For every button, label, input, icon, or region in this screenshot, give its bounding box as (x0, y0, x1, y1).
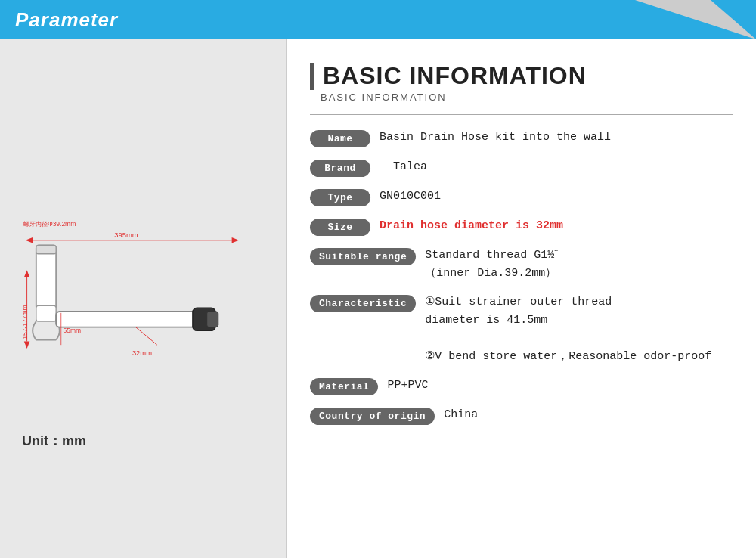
section-title-large: BASIC INFORMATION (310, 62, 733, 90)
page-header: Parameter (0, 0, 756, 39)
svg-marker-2 (26, 237, 33, 243)
header-triangle-overlay (711, 0, 756, 39)
right-panel: BASIC INFORMATION BASIC INFORMATION Name… (287, 39, 756, 558)
info-value-characteristic: ①Suit strainer outer thread diameter is … (425, 293, 733, 366)
label-badge-type: Type (310, 189, 370, 206)
label-badge-country: Country of origin (310, 408, 435, 425)
info-row-material: Material PP+PVC (310, 377, 733, 395)
svg-line-16 (136, 327, 157, 346)
info-value-type: GN010C001 (380, 188, 733, 206)
label-badge-suitable: Suitable range (310, 248, 416, 265)
title-large-text: BASIC INFORMATION (323, 62, 587, 90)
info-row-type: Type GN010C001 (310, 188, 733, 206)
divider-line (310, 114, 733, 115)
label-badge-characteristic: Characteristic (310, 295, 416, 312)
svg-rect-11 (207, 312, 218, 327)
svg-rect-9 (56, 312, 198, 327)
svg-text:螺牙内径Φ39.2mm: 螺牙内径Φ39.2mm (23, 220, 76, 228)
char-line4: ②V bend store water，Reasonable odor-proo… (425, 348, 733, 366)
svg-text:32mm: 32mm (132, 349, 152, 357)
label-badge-brand: Brand (310, 160, 370, 177)
product-diagram-area: 螺牙内径Φ39.2mm 395mm (14, 140, 271, 457)
left-panel: 螺牙内径Φ39.2mm 395mm (0, 39, 287, 558)
label-badge-name: Name (310, 130, 370, 147)
info-row-brand: Brand Talea (310, 158, 733, 177)
main-content: 螺牙内径Φ39.2mm 395mm (0, 39, 756, 558)
section-header: BASIC INFORMATION BASIC INFORMATION (310, 62, 733, 103)
info-value-name: Basin Drain Hose kit into the wall (380, 129, 733, 147)
info-value-material: PP+PVC (387, 377, 733, 395)
info-value-size: Drain hose diameter is 32mm (380, 217, 733, 235)
suitable-line1: Standard thread G1½˝ (425, 246, 733, 265)
info-row-size: Size Drain hose diameter is 32mm (310, 217, 733, 236)
svg-rect-8 (36, 245, 56, 253)
char-line2: diameter is 41.5mm (425, 312, 733, 330)
svg-rect-5 (36, 245, 56, 309)
title-bar-decoration (310, 63, 314, 90)
product-diagram-svg: 螺牙内径Φ39.2mm 395mm (22, 193, 264, 405)
suitable-line2: （inner Dia.39.2mm） (425, 265, 733, 283)
svg-marker-14 (24, 341, 30, 348)
char-line3 (425, 330, 733, 348)
char-line1: ①Suit strainer outer thread (425, 293, 733, 312)
svg-marker-13 (24, 270, 30, 277)
section-title-small: BASIC INFORMATION (321, 91, 733, 103)
label-badge-material: Material (310, 378, 378, 395)
info-value-country: China (444, 406, 733, 424)
info-row-suitable: Suitable range Standard thread G1½˝ （inn… (310, 246, 733, 283)
svg-text:157-177mm: 157-177mm (22, 305, 29, 339)
svg-text:395mm: 395mm (114, 231, 138, 239)
svg-marker-3 (232, 237, 239, 243)
svg-rect-6 (36, 305, 56, 321)
info-row-name: Name Basin Drain Hose kit into the wall (310, 129, 733, 147)
page-title: Parameter (15, 8, 118, 32)
info-row-country: Country of origin China (310, 406, 733, 425)
unit-label: Unit：mm (22, 432, 86, 450)
svg-text:55mm: 55mm (64, 327, 82, 334)
info-value-brand: Talea (380, 158, 733, 176)
info-row-characteristic: Characteristic ①Suit strainer outer thre… (310, 293, 733, 366)
label-badge-size: Size (310, 219, 370, 236)
info-value-suitable: Standard thread G1½˝ （inner Dia.39.2mm） (425, 246, 733, 283)
